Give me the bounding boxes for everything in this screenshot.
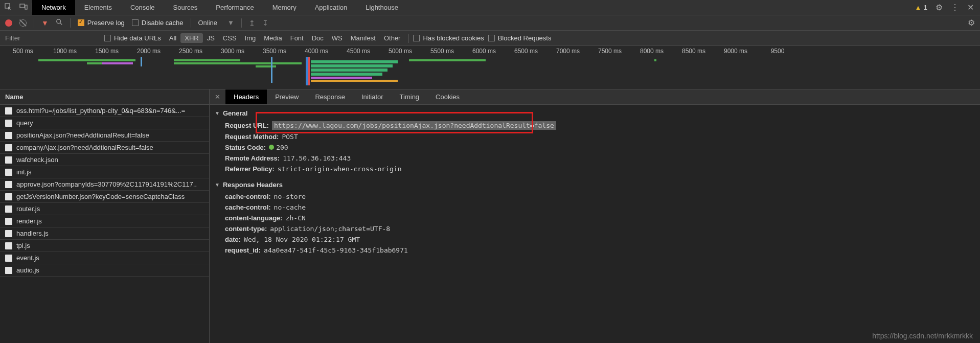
- type-filter-media[interactable]: Media: [260, 33, 286, 43]
- blocked-requests-checkbox[interactable]: Blocked Requests: [488, 34, 552, 42]
- device-toggle-icon[interactable]: [19, 3, 28, 12]
- request-row[interactable]: tpl.js: [0, 240, 209, 252]
- request-name: approve.json?companyIds=307709%2C1179141…: [16, 180, 197, 188]
- type-filter-xhr[interactable]: XHR: [180, 33, 202, 43]
- network-settings-icon[interactable]: ⚙: [968, 18, 975, 28]
- request-url-value[interactable]: https://www.lagou.com/jobs/positionAjax.…: [272, 121, 556, 130]
- detail-tab-response[interactable]: Response: [307, 89, 353, 104]
- type-filter-ws[interactable]: WS: [328, 33, 347, 43]
- detail-tab-headers[interactable]: Headers: [225, 89, 267, 104]
- type-filter-img[interactable]: Img: [241, 33, 260, 43]
- warning-badge[interactable]: ▲ 1: [915, 4, 927, 12]
- status-code-value: 200: [269, 144, 288, 151]
- request-row[interactable]: positionAjax.json?needAddtionalResult=fa…: [0, 129, 209, 142]
- request-name: audio.js: [16, 266, 39, 274]
- inspect-element-icon[interactable]: [4, 3, 12, 12]
- request-row[interactable]: getJsVersionNumber.json?keyCode=senseCap…: [0, 191, 209, 203]
- timeline-tick: 3000 ms: [221, 48, 244, 55]
- caret-down-icon: ▼: [215, 110, 220, 116]
- file-icon: [5, 205, 12, 213]
- type-filter-all[interactable]: All: [165, 33, 180, 43]
- referrer-policy-value: strict-origin-when-cross-origin: [278, 165, 402, 173]
- type-filter-doc[interactable]: Doc: [308, 33, 328, 43]
- type-filter-css[interactable]: CSS: [219, 33, 241, 43]
- type-filter-js[interactable]: JS: [203, 33, 219, 43]
- warning-count: 1: [924, 4, 927, 11]
- download-har-icon[interactable]: ↧: [262, 19, 268, 27]
- panel-tab-application[interactable]: Application: [306, 0, 357, 15]
- request-row[interactable]: approve.json?companyIds=307709%2C1179141…: [0, 178, 209, 191]
- request-row[interactable]: render.js: [0, 215, 209, 227]
- throttling-select[interactable]: Online ▼: [198, 19, 234, 27]
- panel-tab-sources[interactable]: Sources: [164, 0, 207, 15]
- record-button[interactable]: [5, 19, 12, 27]
- type-filter-manifest[interactable]: Manifest: [347, 33, 380, 43]
- divider: [408, 34, 409, 43]
- request-row[interactable]: event.js: [0, 252, 209, 264]
- panel-tab-network[interactable]: Network: [32, 0, 75, 15]
- svg-rect-2: [25, 5, 27, 9]
- disable-cache-checkbox[interactable]: Disable cache: [132, 19, 184, 27]
- request-row[interactable]: oss.html?u=/jobs/list_python/p-city_0&q=…: [0, 105, 209, 117]
- upload-har-icon[interactable]: ↥: [249, 19, 255, 27]
- panel-tab-performance[interactable]: Performance: [207, 0, 263, 15]
- panel-tab-console[interactable]: Console: [121, 0, 164, 15]
- general-section-title: General: [223, 109, 247, 117]
- request-method-label: Request Method:: [225, 133, 279, 141]
- request-row[interactable]: init.js: [0, 166, 209, 178]
- preserve-log-checkbox[interactable]: Preserve log: [78, 19, 125, 27]
- request-row[interactable]: companyAjax.json?needAddtionalResult=fal…: [0, 142, 209, 154]
- request-row[interactable]: wafcheck.json: [0, 154, 209, 166]
- panel-tab-lighthouse[interactable]: Lighthouse: [356, 0, 407, 15]
- general-section-header[interactable]: ▼ General: [210, 107, 980, 120]
- request-list: Name oss.html?u=/jobs/list_python/p-city…: [0, 89, 210, 343]
- inspect-icons: [0, 3, 32, 12]
- clear-button[interactable]: [19, 19, 27, 27]
- request-name: event.js: [16, 254, 39, 262]
- header-name: cache-control:: [225, 193, 271, 200]
- chevron-down-icon: ▼: [227, 19, 234, 27]
- close-devtools-icon[interactable]: ✕: [967, 3, 974, 12]
- request-name: init.js: [16, 168, 32, 176]
- status-code-row: Status Code: 200: [210, 142, 980, 153]
- network-timeline[interactable]: 500 ms1000 ms1500 ms2000 ms2500 ms3000 m…: [0, 46, 980, 89]
- filter-toggle-icon[interactable]: ▼: [41, 19, 49, 27]
- type-filter-other[interactable]: Other: [380, 33, 405, 43]
- timeline-tick: 7500 ms: [598, 48, 622, 55]
- request-list-header[interactable]: Name: [0, 89, 209, 105]
- file-icon: [5, 255, 12, 262]
- header-value: zh-CN: [286, 214, 306, 222]
- preserve-log-label: Preserve log: [87, 19, 125, 27]
- type-filter-font[interactable]: Font: [286, 33, 308, 43]
- request-name: wafcheck.json: [16, 156, 58, 164]
- checkbox-icon: [132, 19, 139, 26]
- search-icon[interactable]: [56, 18, 63, 27]
- filter-input[interactable]: [3, 33, 100, 43]
- detail-tab-timing[interactable]: Timing: [392, 89, 428, 104]
- disable-cache-label: Disable cache: [142, 19, 184, 27]
- request-name: oss.html?u=/jobs/list_python/p-city_0&q=…: [16, 107, 185, 115]
- request-row[interactable]: handlers.js: [0, 227, 209, 240]
- timeline-tick: 8500 ms: [682, 48, 705, 55]
- request-row[interactable]: query: [0, 117, 209, 129]
- request-row[interactable]: router.js: [0, 203, 209, 215]
- panel-tab-memory[interactable]: Memory: [263, 0, 306, 15]
- more-menu-icon[interactable]: ⋮: [951, 3, 959, 12]
- file-icon: [5, 120, 12, 127]
- detail-tab-cookies[interactable]: Cookies: [427, 89, 468, 104]
- timeline-bars: [0, 57, 980, 88]
- timeline-tick: 2000 ms: [137, 48, 161, 55]
- has-blocked-cookies-checkbox[interactable]: Has blocked cookies: [413, 34, 484, 42]
- request-row[interactable]: audio.js: [0, 264, 209, 277]
- detail-tab-preview[interactable]: Preview: [267, 89, 307, 104]
- hide-data-urls-checkbox[interactable]: Hide data URLs: [104, 34, 161, 42]
- timeline-tick: 5000 ms: [389, 48, 412, 55]
- panel-tab-elements[interactable]: Elements: [75, 0, 121, 15]
- settings-icon[interactable]: ⚙: [936, 3, 943, 12]
- close-details-icon[interactable]: ✕: [210, 93, 225, 101]
- file-icon: [5, 132, 12, 139]
- referrer-policy-row: Referrer Policy: strict-origin-when-cros…: [210, 164, 980, 174]
- response-headers-section-header[interactable]: ▼ Response Headers: [210, 178, 980, 191]
- timeline-tick: 6500 ms: [514, 48, 538, 55]
- detail-tab-initiator[interactable]: Initiator: [353, 89, 392, 104]
